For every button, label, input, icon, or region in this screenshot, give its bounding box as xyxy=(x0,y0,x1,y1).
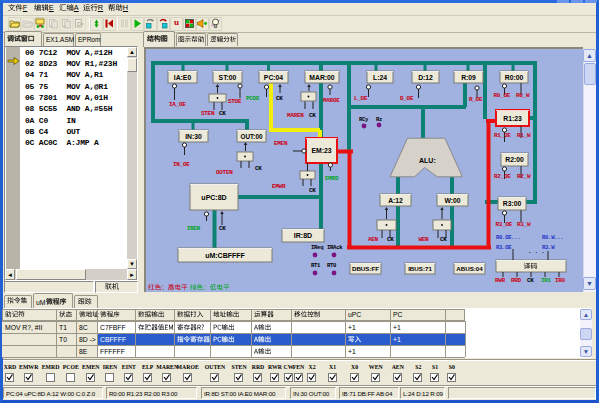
svg-text:PC:04: PC:04 xyxy=(264,74,283,81)
svg-text:CK: CK xyxy=(309,187,316,194)
svg-text:RWR: RWR xyxy=(495,277,506,284)
svg-text:D:12: D:12 xyxy=(418,74,433,81)
svg-text:ST:00: ST:00 xyxy=(219,74,237,81)
svg-text:CK: CK xyxy=(527,277,534,284)
svg-text:CK: CK xyxy=(255,165,262,172)
svg-text:MAR:00: MAR:00 xyxy=(309,74,335,81)
svg-text:STEN: STEN xyxy=(201,110,215,117)
svg-text:L:24: L:24 xyxy=(373,74,387,81)
svg-text:L_OE: L_OE xyxy=(354,95,368,102)
svg-text:OUTEN: OUTEN xyxy=(216,169,233,176)
svg-text:R1_OE: R1_OE xyxy=(494,132,511,139)
svg-text:R_OE: R_OE xyxy=(469,96,483,103)
svg-text:ABUS:04: ABUS:04 xyxy=(456,265,483,272)
svg-text:EM:23: EM:23 xyxy=(311,147,331,154)
svg-text:RT1: RT1 xyxy=(311,262,321,269)
svg-text:R0.W...: R0.W... xyxy=(542,234,563,241)
svg-text:WEN: WEN xyxy=(419,236,430,243)
svg-text:A:12: A:12 xyxy=(388,197,403,204)
svg-text:W:00: W:00 xyxy=(444,197,460,204)
svg-text:RCy: RCy xyxy=(359,116,369,123)
svg-text:Rz: Rz xyxy=(376,116,382,123)
svg-text:EMWR: EMWR xyxy=(272,183,286,190)
svg-text:ALU:: ALU: xyxy=(419,157,436,164)
svg-text:R1_W: R1_W xyxy=(517,132,531,139)
svg-text:RT0: RT0 xyxy=(327,262,337,269)
svg-text:R3_W: R3_W xyxy=(517,221,531,228)
svg-text:R3.OE: R3.OE xyxy=(496,244,512,251)
svg-text:R0:00: R0:00 xyxy=(505,74,524,81)
svg-text:uM:CBFFFF: uM:CBFFFF xyxy=(205,252,245,259)
svg-text:AEN: AEN xyxy=(368,236,379,243)
svg-text:IA_OE: IA_OE xyxy=(169,101,186,108)
svg-text:R2:00: R2:00 xyxy=(505,156,524,163)
svg-text:IReq: IReq xyxy=(311,244,323,251)
svg-text:EMRD: EMRD xyxy=(325,175,339,182)
svg-text:CK: CK xyxy=(387,236,394,243)
svg-text:IRAck: IRAck xyxy=(327,244,343,251)
svg-text:IR:8D: IR:8D xyxy=(294,232,312,239)
svg-text:IA:E0: IA:E0 xyxy=(174,74,192,81)
svg-text:RRD: RRD xyxy=(511,277,522,284)
svg-text:CK: CK xyxy=(219,110,226,117)
svg-text:IR1: IR1 xyxy=(541,277,552,284)
svg-text:EMEN: EMEN xyxy=(274,140,288,147)
svg-text:D_OE: D_OE xyxy=(400,95,414,102)
svg-text:CK: CK xyxy=(440,236,447,243)
svg-text:CK: CK xyxy=(309,112,316,119)
svg-text:R0_W: R0_W xyxy=(516,92,530,99)
svg-text:DBUS:FF: DBUS:FF xyxy=(352,265,379,272)
svg-text:R0_OE: R0_OE xyxy=(494,92,511,99)
svg-text:IN_OE: IN_OE xyxy=(173,161,190,168)
svg-text:STOE: STOE xyxy=(228,98,242,105)
svg-text:IBUS:71: IBUS:71 xyxy=(408,265,432,272)
svg-text:uPC:8D: uPC:8D xyxy=(201,194,226,201)
svg-text:R2_W: R2_W xyxy=(517,173,531,180)
svg-text:MAROE: MAROE xyxy=(323,97,340,104)
svg-text:MAREN: MAREN xyxy=(287,112,304,119)
svg-text:R0.OE...: R0.OE... xyxy=(496,234,520,241)
svg-text:CK: CK xyxy=(276,95,283,102)
svg-text:R1:23: R1:23 xyxy=(503,115,522,122)
svg-text:IR0: IR0 xyxy=(555,277,566,284)
svg-text:R3:00: R3:00 xyxy=(503,200,522,207)
svg-text:OUT:00: OUT:00 xyxy=(240,133,262,140)
svg-text:R2_OE: R2_OE xyxy=(494,173,511,180)
svg-text:R:09: R:09 xyxy=(461,74,476,81)
svg-text:IREN: IREN xyxy=(187,225,201,232)
svg-text:PCOE: PCOE xyxy=(246,95,260,102)
svg-text:. . .: . . . xyxy=(528,248,545,255)
svg-text:CK: CK xyxy=(219,225,226,232)
svg-text:IN:30: IN:30 xyxy=(185,133,202,140)
svg-text:R3_OE: R3_OE xyxy=(496,221,513,228)
